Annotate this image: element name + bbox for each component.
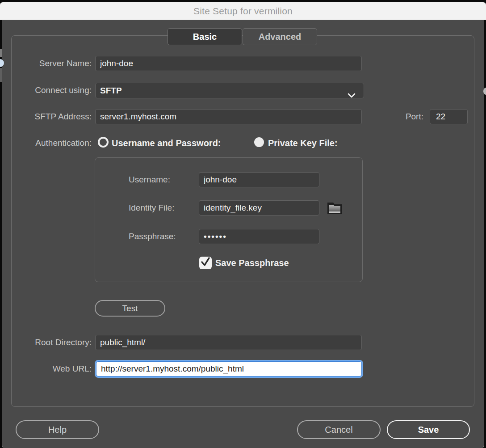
passphrase-input[interactable] [199,229,319,244]
authentication-label: Authentication: [0,135,92,151]
connect-using-label: Connect using: [0,83,92,98]
sftp-address-label: SFTP Address: [0,109,92,124]
port-input[interactable] [430,109,468,124]
dialog-title: Site Setup for vermilion [0,2,486,20]
checkmark-icon [200,257,211,269]
help-button[interactable]: Help [16,420,99,439]
dialog-titlebar[interactable]: Site Setup for vermilion [0,2,486,20]
test-button[interactable]: Test [95,300,165,317]
radio-private-key-file-label: Private Key File: [268,138,338,148]
save-passphrase-checkbox[interactable] [199,257,212,269]
folder-icon [327,209,342,216]
save-passphrase-label: Save Passphrase [215,258,289,268]
web-url-input[interactable] [96,361,362,376]
username-label: Username: [129,172,193,187]
chevron-down-icon [348,88,356,103]
passphrase-label: Passphrase: [129,229,193,244]
connect-using-select[interactable]: SFTP [95,83,364,98]
cancel-button[interactable]: Cancel [297,420,381,439]
root-directory-label: Root Directory: [0,335,92,350]
radio-username-password-label: Username and Password: [112,138,221,148]
username-input[interactable] [199,172,319,187]
save-button[interactable]: Save [387,420,470,439]
root-directory-input[interactable] [95,335,362,350]
radio-private-key-file[interactable] [254,137,264,147]
server-name-label: Server Name: [0,56,92,71]
identity-file-label: Identity File: [129,200,193,216]
sftp-address-input[interactable] [95,109,362,124]
radio-username-password[interactable] [98,137,109,148]
browse-identity-file-button[interactable] [327,201,342,215]
connect-using-value: SFTP [100,86,122,95]
server-name-input[interactable] [95,56,362,71]
background-edge-fragment [483,88,486,95]
tab-basic[interactable]: Basic [168,28,242,45]
tab-advanced[interactable]: Advanced [243,28,317,45]
port-label: Port: [382,109,423,124]
identity-file-input[interactable] [199,200,319,216]
web-url-label: Web URL: [0,361,92,376]
